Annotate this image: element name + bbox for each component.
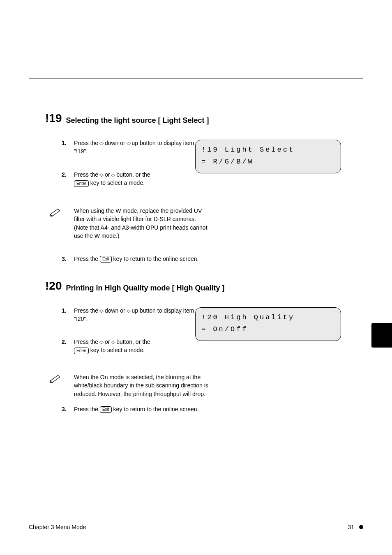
text: Press the — [74, 339, 100, 345]
step-text: Press the ◇ down or ◇ up button to displ… — [74, 139, 201, 156]
section-number: !20 — [45, 279, 62, 292]
diamond-right-icon: ◇ — [111, 339, 115, 345]
step-number: 1. — [62, 139, 67, 147]
step-number: 1. — [62, 306, 67, 315]
step-number: 2. — [62, 170, 67, 179]
enter-key: Enter — [74, 348, 89, 354]
text: down or — [105, 307, 127, 314]
section-19-heading: !19 Selecting the light source [ Light S… — [45, 112, 209, 125]
pencil-icon — [49, 207, 62, 219]
side-tab — [371, 323, 392, 348]
text: key to select a mode. — [90, 347, 145, 353]
text: key to return to the online screen. — [113, 256, 199, 262]
text: button, or the — [116, 339, 150, 345]
section-title: Printing in High Quality mode [ High Qua… — [66, 284, 224, 292]
lcd-display-box: !19 Light Select = R/G/B/W — [195, 140, 341, 173]
page-footer: Chapter 3 Menu Mode 31 — [29, 524, 363, 530]
lcd-line-1: !19 Light Select — [201, 144, 335, 156]
text: Press the — [74, 406, 100, 412]
text: key to return to the online screen. — [113, 406, 199, 412]
exit-key: Exit — [100, 256, 112, 263]
note-text: When the On mode is selected, the blurri… — [74, 373, 214, 398]
text: Press the — [74, 307, 100, 314]
lcd-display-box: !20 High Quality = On/Off — [195, 307, 341, 341]
section-number: !19 — [45, 112, 62, 125]
diamond-down-icon: ◇ — [99, 140, 104, 147]
diamond-left-icon: ◇ — [99, 172, 104, 178]
diamond-down-icon: ◇ — [99, 308, 104, 314]
diamond-right-icon: ◇ — [111, 172, 115, 178]
diamond-up-icon: ◇ — [126, 140, 130, 147]
text: down or — [105, 140, 127, 146]
lcd-line-1: !20 High Quality — [201, 312, 335, 324]
step-text: Press the ◇ or ◇ button, or the Enter ke… — [74, 338, 201, 355]
lcd-line-2: = On/Off — [201, 324, 335, 336]
dot-icon — [359, 525, 363, 529]
step-text: Press the Exit key to return to the onli… — [74, 255, 210, 263]
step-number: 3. — [62, 255, 67, 263]
step-text: Press the ◇ or ◇ button, or the Enter ke… — [74, 170, 201, 187]
step-text: Press the Exit key to return to the onli… — [74, 405, 210, 413]
step-number: 2. — [62, 338, 67, 346]
enter-key: Enter — [74, 180, 89, 187]
diamond-left-icon: ◇ — [99, 339, 104, 345]
text: Press the — [74, 171, 100, 178]
section-20-heading: !20 Printing in High Quality mode [ High… — [45, 279, 224, 292]
page-number: 31 — [348, 524, 354, 530]
text: key to select a mode. — [90, 180, 145, 186]
pencil-icon — [49, 374, 62, 385]
note-text: When using the W mode, replace the provi… — [74, 207, 210, 240]
text: Press the — [74, 140, 100, 146]
lcd-line-2: = R/G/B/W — [201, 156, 335, 168]
text: Press the — [74, 256, 100, 262]
section-title: Selecting the light source [ Light Selec… — [66, 116, 209, 125]
step-number: 3. — [62, 405, 67, 413]
footer-chapter: Chapter 3 Menu Mode — [29, 524, 86, 530]
diamond-up-icon: ◇ — [126, 308, 130, 314]
exit-key: Exit — [100, 406, 112, 413]
text: button, or the — [116, 171, 150, 178]
step-text: Press the ◇ down or ◇ up button to displ… — [74, 306, 201, 323]
